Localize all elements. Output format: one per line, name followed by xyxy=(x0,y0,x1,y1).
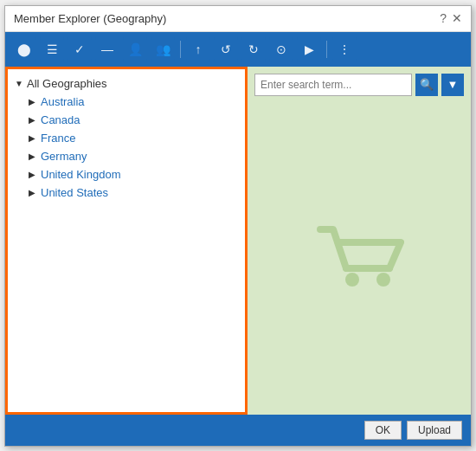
tree-item-germany[interactable]: ▶ Germany xyxy=(22,147,245,165)
cart-area xyxy=(254,103,464,408)
tree-children: ▶ Australia ▶ Canada ▶ France ▶ Germany xyxy=(8,93,245,202)
cart-icon xyxy=(307,212,411,299)
filter-button[interactable]: ▼ xyxy=(441,74,464,96)
svg-point-2 xyxy=(376,273,390,287)
tree-label-united-kingdom: United Kingdom xyxy=(41,168,121,181)
expand-arrow-icon: ▶ xyxy=(29,115,41,125)
toolbar-menu-btn[interactable]: ⋮ xyxy=(332,37,357,61)
main-content: ▼ All Geographies ▶ Australia ▶ Canada ▶… xyxy=(5,67,471,415)
search-button[interactable]: 🔍 xyxy=(415,74,438,96)
toolbar-check-btn[interactable]: ✓ xyxy=(68,37,92,61)
search-bar: 🔍 ▼ xyxy=(254,74,464,96)
tree-item-australia[interactable]: ▶ Australia xyxy=(22,93,245,111)
toolbar-minus-btn[interactable]: — xyxy=(95,37,119,61)
toolbar-arrow-btn[interactable]: ↑ xyxy=(186,37,210,61)
upload-button[interactable]: Upload xyxy=(407,421,462,440)
toolbar-separator-1 xyxy=(180,41,181,58)
tree-panel: ▼ All Geographies ▶ Australia ▶ Canada ▶… xyxy=(5,67,248,415)
tree-item-united-kingdom[interactable]: ▶ United Kingdom xyxy=(22,165,245,184)
close-icon[interactable]: ✕ xyxy=(452,11,462,25)
dialog-title: Member Explorer (Geography) xyxy=(14,12,166,25)
right-panel: 🔍 ▼ xyxy=(248,67,471,415)
tree-label-canada: Canada xyxy=(41,113,80,126)
search-input[interactable] xyxy=(254,74,412,96)
toolbar-separator-2 xyxy=(326,41,327,58)
expand-arrow-icon: ▶ xyxy=(29,151,41,161)
collapse-arrow-icon: ▼ xyxy=(15,79,27,88)
svg-point-1 xyxy=(345,273,359,287)
member-explorer-dialog: Member Explorer (Geography) ? ✕ ⬤ ☰ ✓ — … xyxy=(4,5,472,447)
tree-item-france[interactable]: ▶ France xyxy=(22,129,245,147)
ok-button[interactable]: OK xyxy=(364,421,402,440)
toolbar-redo-btn[interactable]: ↻ xyxy=(241,37,266,61)
toolbar-person-btn[interactable]: 👤 xyxy=(123,37,147,61)
toolbar-people-btn[interactable]: 👥 xyxy=(151,37,175,61)
expand-arrow-icon: ▶ xyxy=(29,170,41,179)
toolbar-list-btn[interactable]: ☰ xyxy=(40,37,64,61)
toolbar-dot-btn[interactable]: ⊙ xyxy=(269,37,293,61)
tree-label-germany: Germany xyxy=(41,150,87,163)
toolbar-circle-btn[interactable]: ⬤ xyxy=(12,37,36,61)
tree-item-all-geographies[interactable]: ▼ All Geographies xyxy=(8,74,245,93)
expand-arrow-icon: ▶ xyxy=(29,188,41,197)
tree-item-canada[interactable]: ▶ Canada xyxy=(22,111,245,129)
bottom-bar: OK Upload xyxy=(5,415,471,446)
tree-item-united-states[interactable]: ▶ United States xyxy=(22,184,245,202)
title-bar-controls: ? ✕ xyxy=(440,11,462,25)
tree-label-united-states: United States xyxy=(41,186,108,199)
tree-root: ▼ All Geographies ▶ Australia ▶ Canada ▶… xyxy=(8,69,245,207)
tree-root-label: All Geographies xyxy=(27,77,107,90)
expand-arrow-icon: ▶ xyxy=(29,133,41,143)
toolbar-undo-btn[interactable]: ↺ xyxy=(214,37,238,61)
tree-label-australia: Australia xyxy=(41,95,85,108)
help-icon[interactable]: ? xyxy=(440,11,447,25)
toolbar-play-btn[interactable]: ▶ xyxy=(297,37,321,61)
expand-arrow-icon: ▶ xyxy=(29,97,41,106)
toolbar: ⬤ ☰ ✓ — 👤 👥 ↑ ↺ ↻ ⊙ ▶ ⋮ xyxy=(5,32,471,67)
title-bar: Member Explorer (Geography) ? ✕ xyxy=(5,6,471,32)
tree-label-france: France xyxy=(41,132,75,145)
